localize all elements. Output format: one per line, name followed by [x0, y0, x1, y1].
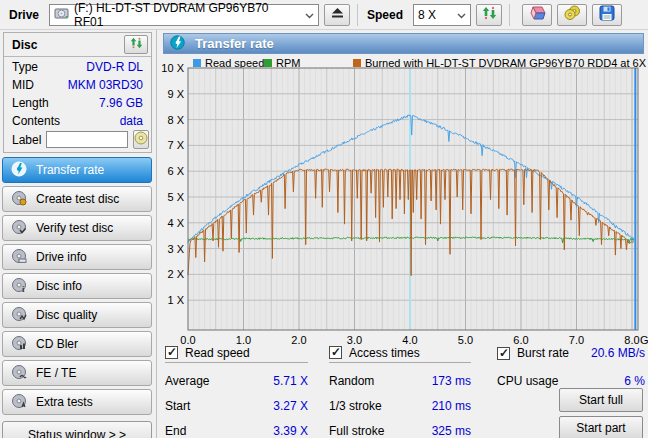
burst-rate-checkbox[interactable] [497, 347, 510, 360]
svg-text:5 X: 5 X [167, 191, 184, 203]
disc-type-label: Type [12, 60, 38, 74]
disc-panel: Disc TypeDVD-R DL MIDMKM 03RD30 Length7.… [3, 32, 152, 153]
svg-text:8.0: 8.0 [624, 334, 639, 346]
end-label: End [165, 424, 186, 438]
access-times-stats: Access times Random173 ms 1/3 stroke210 … [329, 346, 471, 438]
read-speed-checkbox[interactable] [165, 346, 178, 359]
start-part-button[interactable]: Start part [559, 416, 643, 438]
svg-text:4.0: 4.0 [402, 334, 417, 346]
disc-label-button[interactable] [133, 130, 149, 149]
erase-disc-button[interactable] [522, 4, 552, 26]
save-button[interactable] [592, 4, 622, 26]
refresh-disc-button[interactable] [124, 35, 148, 54]
sidebar-item-disc-quality[interactable]: Disc quality [2, 302, 152, 328]
disc-quality-icon [11, 306, 27, 325]
eject-button[interactable] [324, 4, 350, 26]
disc-info-icon: i [11, 277, 27, 296]
status-window-button[interactable]: Status window > > [2, 421, 152, 438]
refresh-arrows-icon [130, 37, 143, 52]
sidebar-item-label: Extra tests [36, 395, 93, 409]
disc-contents-label: Contents [12, 114, 60, 128]
sidebar-item-create-test-disc[interactable]: Create test disc [2, 186, 152, 212]
start-label: Start [165, 399, 190, 413]
toolbar: Drive (F:) HL-DT-ST DVDRAM GP96YB70 RF01… [0, 0, 648, 30]
discs-button[interactable] [557, 4, 587, 26]
sidebar-item-label: Disc quality [36, 308, 97, 322]
cpu-usage-value: 6 % [624, 374, 645, 388]
full-stroke-label: Full stroke [329, 424, 384, 438]
disc-mid-value: MKM 03RD30 [68, 78, 143, 92]
sidebar-item-label: Verify test disc [36, 221, 113, 235]
speed-select[interactable]: 8 X [413, 4, 471, 26]
eject-icon [331, 7, 344, 22]
end-value: 3.39 X [273, 424, 308, 438]
disc-length-label: Length [12, 96, 49, 110]
svg-text:9 X: 9 X [167, 88, 184, 100]
svg-text:GB: GB [640, 334, 648, 346]
svg-text:2.0: 2.0 [291, 334, 306, 346]
disc-contents-value: data [120, 114, 143, 128]
sidebar-item-verify-test-disc[interactable]: Verify test disc [2, 215, 152, 241]
sidebar: Disc TypeDVD-R DL MIDMKM 03RD30 Length7.… [0, 30, 157, 438]
svg-text:6 X: 6 X [167, 165, 184, 177]
sidebar-item-transfer-rate[interactable]: Transfer rate [2, 157, 152, 183]
drive-info-icon [11, 248, 27, 267]
discs-icon [563, 5, 582, 24]
sidebar-item-disc-info[interactable]: i Disc info [2, 273, 152, 299]
extra-tests-icon [11, 393, 27, 412]
save-icon [599, 5, 615, 24]
disc-mid-label: MID [12, 78, 34, 92]
toolbar-separator [509, 4, 510, 26]
sidebar-item-extra-tests[interactable]: Extra tests [2, 389, 152, 415]
svg-text:8 X: 8 X [167, 114, 184, 126]
drive-label: Drive [9, 8, 39, 22]
average-value: 5.71 X [273, 374, 308, 388]
verify-test-disc-icon [11, 219, 27, 238]
sidebar-item-cd-bler[interactable]: CD Bler [2, 331, 152, 357]
svg-text:3.0: 3.0 [347, 334, 362, 346]
third-stroke-label: 1/3 stroke [329, 399, 382, 413]
disc-length-value: 7.96 GB [99, 96, 143, 110]
full-stroke-value: 325 ms [432, 424, 471, 438]
sidebar-item-label: FE / TE [36, 366, 76, 380]
disc-label-input[interactable] [46, 131, 128, 148]
burst-rate-title: Burst rate [517, 346, 569, 360]
cd-icon [134, 131, 148, 148]
svg-text:0.0: 0.0 [180, 334, 195, 346]
refresh-arrows-icon [482, 6, 497, 23]
drive-select[interactable]: (F:) HL-DT-ST DVDRAM GP96YB70 RF01 [49, 4, 319, 26]
access-times-title: Access times [349, 346, 420, 360]
svg-text:7.0: 7.0 [569, 334, 584, 346]
sidebar-item-label: CD Bler [36, 337, 78, 351]
eraser-icon [528, 6, 547, 24]
fe-te-icon [11, 364, 27, 383]
read-speed-stats: Read speed Average5.71 X Start3.27 X End… [165, 346, 308, 438]
average-label: Average [165, 374, 209, 388]
sidebar-item-fe-te[interactable]: FE / TE [2, 360, 152, 386]
stats-panel: Read speed Average5.71 X Start3.27 X End… [157, 346, 648, 438]
drive-icon [54, 6, 69, 23]
chevron-down-icon [305, 8, 314, 22]
speed-value: 8 X [418, 8, 436, 22]
disc-label-label: Label [12, 133, 41, 147]
svg-text:5.0: 5.0 [458, 334, 473, 346]
sidebar-item-drive-info[interactable]: Drive info [2, 244, 152, 270]
refresh-speeds-button[interactable] [476, 4, 502, 26]
sidebar-item-label: Create test disc [36, 192, 119, 206]
chevron-down-icon [457, 8, 466, 22]
speed-label: Speed [367, 8, 403, 22]
sidebar-item-label: Transfer rate [36, 163, 104, 177]
svg-text:10 X: 10 X [161, 62, 184, 74]
burst-rate-stats: Burst rate 20.6 MB/s CPU usage6 % Start … [497, 346, 645, 388]
drive-value: (F:) HL-DT-ST DVDRAM GP96YB70 RF01 [74, 1, 300, 29]
cd-bler-icon [11, 335, 27, 354]
start-full-button[interactable]: Start full [559, 388, 643, 412]
disc-type-value: DVD-R DL [86, 60, 143, 74]
cpu-usage-label: CPU usage [497, 374, 558, 388]
svg-text:2 X: 2 X [167, 268, 184, 280]
random-label: Random [329, 374, 374, 388]
access-times-checkbox[interactable] [329, 346, 342, 359]
svg-text:7 X: 7 X [167, 139, 184, 151]
svg-text:4 X: 4 X [167, 217, 184, 229]
transfer-rate-icon [11, 161, 27, 180]
